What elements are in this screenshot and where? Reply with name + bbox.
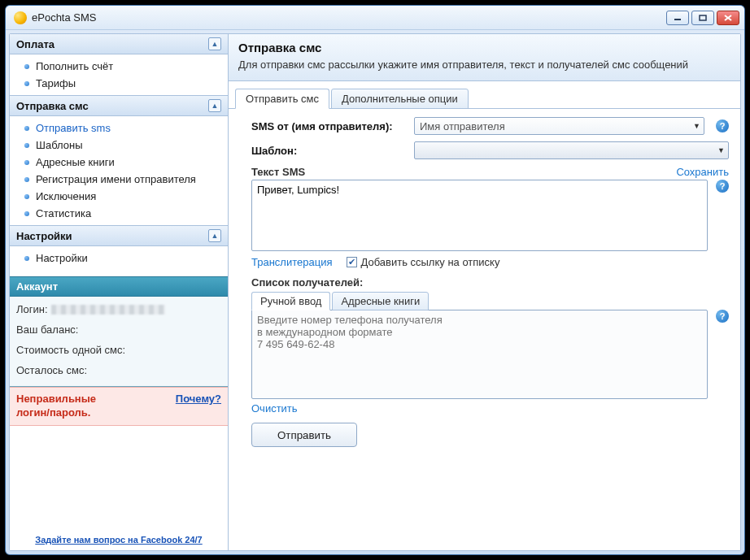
tab-label: Отправить смс — [246, 93, 319, 105]
sidebar-item-label: Адресные книги — [36, 156, 115, 168]
recipients-tab-manual[interactable]: Ручной ввод — [251, 292, 330, 310]
page-title: Отправка смс — [238, 41, 730, 54]
main-tabs: Отправить смс Дополнительные опции — [229, 81, 740, 109]
below-text-row: Транслитерация ✔ Добавить ссылку на отпи… — [251, 256, 729, 268]
bullet-icon — [24, 256, 29, 261]
chevron-up-icon[interactable]: ▲ — [208, 37, 221, 50]
app-icon — [14, 11, 27, 24]
login-error-box: Неправильные логин/пароль. Почему? — [10, 387, 228, 426]
save-link[interactable]: Сохранить — [676, 166, 729, 178]
chevron-down-icon: ▼ — [693, 122, 700, 130]
sidebar-item-label: Настройки — [36, 252, 88, 264]
sidebar-item-send-sms[interactable]: Отправить sms — [10, 119, 228, 137]
app-body: Оплата ▲ Пополнить счёт Тарифы Отправка … — [9, 33, 741, 551]
recipients-tab-books[interactable]: Адресные книги — [332, 292, 429, 310]
help-icon[interactable]: ? — [716, 119, 729, 132]
sidebar-item-label: Шаблоны — [36, 139, 83, 151]
from-label: SMS от (имя отправителя): — [251, 120, 406, 132]
recipients-tabs: Ручной ввод Адресные книги — [251, 292, 729, 310]
bullet-icon — [24, 160, 29, 165]
template-combo-value — [420, 145, 423, 157]
tab-label: Адресные книги — [341, 295, 420, 307]
chevron-up-icon[interactable]: ▲ — [208, 99, 221, 112]
sms-text-input[interactable] — [251, 180, 708, 251]
sidebar: Оплата ▲ Пополнить счёт Тарифы Отправка … — [10, 34, 229, 550]
sidebar-group-label: Оплата — [16, 38, 55, 50]
sms-text-label-row: Текст SMS Сохранить — [251, 166, 729, 178]
tab-send-sms[interactable]: Отправить смс — [235, 89, 329, 109]
from-combo[interactable]: Имя отправителя ▼ — [414, 117, 704, 135]
sidebar-group-payment-items: Пополнить счёт Тарифы — [10, 54, 228, 95]
sidebar-item-label: Пополнить счёт — [36, 60, 113, 72]
unsubscribe-checkbox-label: Добавить ссылку на отписку — [360, 256, 499, 268]
chevron-up-icon[interactable]: ▲ — [208, 229, 221, 242]
bullet-icon — [24, 143, 29, 148]
template-combo[interactable]: ▼ — [414, 141, 729, 159]
bullet-icon — [24, 81, 29, 86]
sidebar-item-settings[interactable]: Настройки — [10, 250, 228, 267]
sidebar-group-settings[interactable]: Настройки ▲ — [10, 225, 228, 246]
account-login-label: Логин: — [16, 303, 48, 315]
sidebar-group-send-items: Отправить sms Шаблоны Адресные книги Рег… — [10, 116, 228, 225]
bullet-icon — [24, 177, 29, 182]
facebook-link-wrap: Задайте нам вопрос на Facebook 24/7 — [10, 525, 228, 550]
minimize-icon — [674, 15, 682, 21]
from-combo-placeholder: Имя отправителя — [420, 120, 505, 132]
account-title: Аккаунт — [16, 280, 58, 293]
clear-link[interactable]: Очистить — [251, 402, 298, 415]
tab-extra-options[interactable]: Дополнительные опции — [331, 89, 469, 109]
account-remaining-row: Осталось смс: — [16, 361, 221, 381]
recipients-box: ? — [251, 310, 729, 399]
page-description: Для отправки смс рассылки укажите имя от… — [238, 58, 730, 72]
form-row-template: Шаблон: ▼ — [251, 141, 729, 159]
close-button[interactable] — [717, 11, 739, 25]
recipients-label: Список получателей: — [251, 276, 729, 289]
sidebar-group-settings-items: Настройки — [10, 246, 228, 270]
translit-link[interactable]: Транслитерация — [251, 256, 332, 268]
main-panel: Отправка смс Для отправки смс рассылки у… — [229, 34, 740, 550]
window-controls — [666, 11, 739, 25]
sidebar-item-topup[interactable]: Пополнить счёт — [10, 58, 228, 75]
sidebar-item-label: Тарифы — [36, 77, 76, 89]
sidebar-item-statistics[interactable]: Статистика — [10, 205, 228, 222]
minimize-button[interactable] — [666, 11, 689, 25]
sidebar-group-send[interactable]: Отправка смс ▲ — [10, 95, 228, 116]
send-button-label: Отправить — [277, 429, 331, 441]
titlebar: ePochta SMS — [6, 6, 744, 30]
bullet-icon — [24, 64, 29, 69]
account-login-value — [51, 305, 165, 315]
sidebar-item-label: Отправить sms — [36, 122, 111, 134]
send-sms-form: SMS от (имя отправителя): Имя отправител… — [229, 109, 740, 550]
sidebar-group-label: Настройки — [16, 230, 72, 242]
close-icon — [724, 15, 732, 21]
account-balance-label: Ваш баланс: — [16, 323, 78, 336]
app-window: ePochta SMS Оплата ▲ Пополнить счёт Тари… — [5, 5, 745, 555]
sidebar-item-templates[interactable]: Шаблоны — [10, 137, 228, 154]
account-body: Логин: Ваш баланс: Стоимость одной смс: … — [10, 297, 228, 387]
template-label: Шаблон: — [251, 145, 406, 157]
recipients-input[interactable] — [251, 310, 708, 399]
maximize-icon — [699, 15, 707, 21]
sms-text-wrap: ? — [251, 180, 729, 251]
maximize-button[interactable] — [691, 11, 714, 25]
sidebar-item-address-books[interactable]: Адресные книги — [10, 154, 228, 171]
account-remaining-label: Осталось смс: — [16, 364, 87, 376]
sms-text-label: Текст SMS — [251, 166, 305, 178]
tab-label: Ручной ввод — [260, 295, 321, 307]
help-icon[interactable]: ? — [716, 310, 729, 323]
sidebar-item-sender-registration[interactable]: Регистрация имени отправителя — [10, 171, 228, 188]
sidebar-item-exclusions[interactable]: Исключения — [10, 188, 228, 205]
send-button[interactable]: Отправить — [251, 423, 357, 447]
help-icon[interactable]: ? — [716, 180, 729, 193]
facebook-link[interactable]: Задайте нам вопрос на Facebook 24/7 — [35, 535, 202, 545]
unsubscribe-checkbox[interactable]: ✔ — [347, 257, 357, 267]
sidebar-group-payment[interactable]: Оплата ▲ — [10, 34, 228, 54]
sidebar-item-tariffs[interactable]: Тарифы — [10, 75, 228, 92]
account-price-row: Стоимость одной смс: — [16, 341, 221, 361]
account-login-row: Логин: — [16, 300, 221, 320]
login-error-line2: логин/пароль. — [16, 406, 90, 419]
app-title: ePochta SMS — [32, 11, 666, 24]
sidebar-item-label: Статистика — [36, 207, 91, 219]
account-header: Аккаунт — [10, 276, 228, 297]
why-link[interactable]: Почему? — [176, 393, 221, 405]
